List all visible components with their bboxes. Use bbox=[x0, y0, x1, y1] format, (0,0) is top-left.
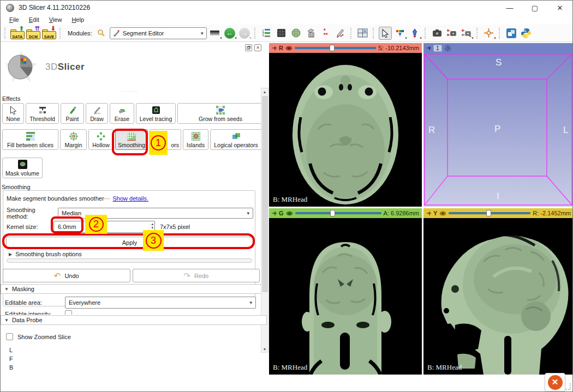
minimize-button[interactable]: — bbox=[497, 1, 522, 15]
green-slice-viewport[interactable]: G A: 6.9286mm bbox=[269, 208, 422, 375]
annotations-icon[interactable]: *** bbox=[319, 27, 332, 40]
slider-handle[interactable] bbox=[330, 210, 335, 216]
load-data-button[interactable]: ⬆ DATA bbox=[10, 27, 25, 39]
effect-threshold-button[interactable]: Threshold bbox=[26, 103, 59, 124]
effect-level-tracing-button[interactable]: Level tracing bbox=[136, 103, 176, 124]
module-selector-dropdown[interactable]: Segment Editor ▾ bbox=[110, 27, 207, 39]
red-slice-offset: S: -10.2143mm bbox=[378, 45, 419, 51]
smoothing-section-label: Smoothing bbox=[2, 184, 31, 190]
history-back-button[interactable]: ← ▾ bbox=[223, 27, 236, 40]
module-history-icon[interactable] bbox=[260, 27, 273, 40]
paint-colors-button[interactable]: ▾ bbox=[393, 27, 407, 40]
eye-icon[interactable] bbox=[285, 46, 293, 51]
effect-hollow-button[interactable]: Hollow bbox=[88, 129, 114, 150]
close-panel-icon[interactable]: ✕ bbox=[254, 44, 261, 51]
masking-section-header[interactable]: ▼ Masking bbox=[1, 284, 267, 294]
scissors-label-fragment: ors bbox=[171, 142, 180, 148]
red-slice-slider[interactable] bbox=[295, 45, 376, 51]
transforms-icon[interactable] bbox=[305, 27, 318, 40]
volume-rendering-cube-icon[interactable] bbox=[275, 27, 288, 40]
show-zoomed-slice-checkbox[interactable] bbox=[6, 333, 13, 340]
crosshair-button[interactable]: ▾ bbox=[482, 27, 496, 40]
panel-scrollbar[interactable]: ▲ ▼ bbox=[261, 88, 268, 353]
chevron-down-icon: ▾ bbox=[249, 36, 252, 40]
python-console-icon[interactable] bbox=[520, 27, 533, 40]
redo-button[interactable]: ↷ Redo bbox=[133, 269, 260, 282]
close-button[interactable]: ✕ bbox=[547, 1, 572, 15]
mouse-interaction-button[interactable] bbox=[379, 27, 392, 40]
yellow-slice-image[interactable]: B: MRHead bbox=[423, 218, 573, 375]
collapse-triangle-icon[interactable]: ▶ bbox=[9, 252, 12, 257]
screen-capture-button[interactable] bbox=[431, 27, 444, 40]
menu-view[interactable]: View bbox=[45, 16, 67, 23]
effect-logical-operators-button[interactable]: Logical operators bbox=[210, 129, 262, 150]
threed-scene[interactable]: S R P L I bbox=[423, 53, 573, 207]
arrow-up-icon: ⬆ bbox=[19, 26, 24, 32]
effect-paint-button[interactable]: Paint bbox=[61, 103, 84, 124]
toolbar-grip[interactable] bbox=[499, 28, 502, 39]
spinner-arrows-icon[interactable]: ▴▾ bbox=[151, 222, 153, 230]
red-slice-viewport[interactable]: R S: -10.2143mm bbox=[269, 43, 422, 207]
green-slice-image[interactable]: B: MRHead bbox=[269, 218, 422, 375]
threed-viewport[interactable]: 1 S R P L I bbox=[423, 43, 573, 207]
load-dicom-button[interactable]: ⇈ DCM bbox=[26, 27, 40, 39]
place-fiducial-button[interactable]: ▾ bbox=[408, 27, 421, 40]
effect-islands-button[interactable]: Islands bbox=[183, 129, 208, 150]
red-slice-image[interactable]: B: MRHead bbox=[269, 53, 422, 207]
menu-help[interactable]: Help bbox=[67, 16, 88, 23]
effect-mask-volume-button[interactable]: Mask volume bbox=[2, 158, 43, 178]
slider-handle[interactable] bbox=[330, 45, 335, 51]
scroll-down-arrow[interactable]: ▼ bbox=[261, 346, 268, 352]
editable-intensity-checkbox[interactable] bbox=[65, 310, 72, 315]
surface-models-sphere-icon[interactable] bbox=[290, 27, 303, 40]
toolbar-grip[interactable] bbox=[4, 28, 7, 39]
maximize-button[interactable]: ▢ bbox=[522, 1, 547, 15]
layout-selector-button[interactable] bbox=[356, 27, 369, 40]
module-search-icon[interactable] bbox=[95, 27, 108, 40]
effect-erase-button[interactable]: Erase bbox=[110, 103, 134, 124]
popout-panel-icon[interactable] bbox=[245, 44, 252, 51]
effect-grow-from-seeds-button[interactable]: Grow from seeds bbox=[177, 103, 264, 124]
redo-arrow-icon: ↷ bbox=[183, 271, 190, 281]
clipped-row: Editable intensity bbox=[5, 310, 256, 315]
slider-handle[interactable] bbox=[486, 210, 491, 216]
menu-file[interactable]: File bbox=[5, 16, 23, 23]
menu-edit[interactable]: Edit bbox=[25, 16, 44, 23]
annotation-close-button[interactable]: ✕ bbox=[545, 373, 565, 391]
panel-splitter-handle[interactable]: ······ bbox=[122, 88, 138, 94]
scrollbar-thumb[interactable] bbox=[262, 96, 268, 292]
scroll-up-arrow[interactable]: ▲ bbox=[261, 88, 268, 95]
volume-name-label: B: MRHead bbox=[427, 363, 462, 372]
toolbar-grip[interactable] bbox=[350, 28, 353, 39]
scene-views-capture-icon[interactable] bbox=[445, 27, 458, 40]
toolbar-grip[interactable] bbox=[254, 28, 257, 39]
editable-area-dropdown[interactable]: Everywhere ▾ bbox=[65, 297, 256, 309]
eye-icon[interactable] bbox=[286, 211, 293, 216]
pin-icon[interactable] bbox=[272, 211, 277, 216]
effect-none-button[interactable]: None bbox=[2, 103, 24, 124]
pin-icon[interactable] bbox=[426, 211, 431, 216]
toolbar-grip[interactable] bbox=[476, 28, 479, 39]
effect-draw-button[interactable]: Draw bbox=[86, 103, 108, 124]
view-options-gear-icon[interactable] bbox=[444, 45, 451, 52]
extensions-manager-icon[interactable] bbox=[505, 27, 518, 40]
eye-icon[interactable] bbox=[439, 211, 446, 216]
pin-icon[interactable] bbox=[426, 46, 431, 51]
green-slice-slider[interactable] bbox=[295, 210, 381, 216]
undo-button[interactable]: ↶ Undo bbox=[3, 269, 130, 282]
screenshot-options-button[interactable]: ▾ bbox=[208, 27, 222, 40]
pin-icon[interactable] bbox=[272, 46, 277, 51]
toolbar-grip[interactable] bbox=[425, 28, 427, 39]
show-details-link[interactable]: Show details. bbox=[113, 195, 148, 202]
yellow-slice-viewport[interactable]: Y R: -2.1452mm bbox=[423, 208, 573, 375]
history-forward-button[interactable]: → ▾ bbox=[238, 27, 251, 40]
scene-views-restore-icon[interactable]: ▾ bbox=[460, 27, 473, 40]
yellow-slice-slider[interactable] bbox=[449, 210, 530, 216]
markup-pen-icon[interactable] bbox=[334, 27, 347, 40]
toolbar-grip[interactable] bbox=[59, 28, 62, 39]
toolbar-grip[interactable] bbox=[373, 28, 375, 39]
effect-fill-between-slices-button[interactable]: Fill between slices bbox=[2, 129, 58, 150]
data-probe-section-header[interactable]: ▼ Data Probe bbox=[1, 315, 267, 325]
effect-margin-button[interactable]: Margin bbox=[60, 129, 87, 150]
save-button[interactable]: ⬇ SAVE bbox=[42, 27, 56, 39]
